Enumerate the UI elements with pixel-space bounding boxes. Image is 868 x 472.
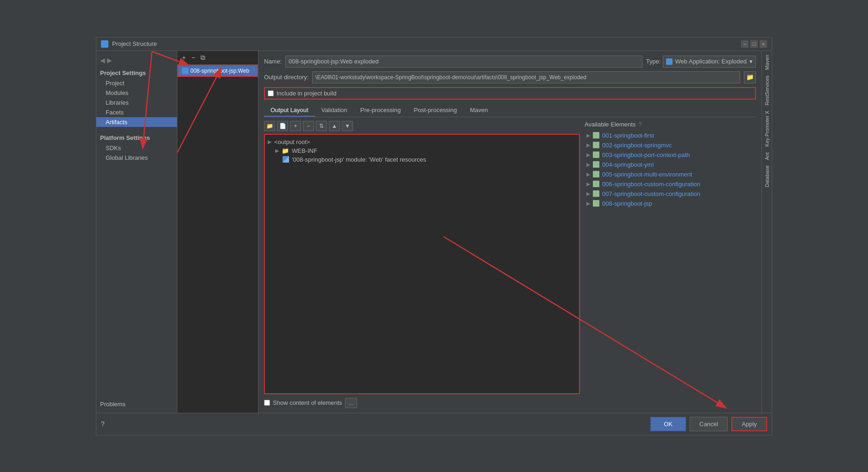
artifact-copy-button[interactable]: ⧉ — [199, 53, 207, 63]
sidebar-item-project[interactable]: Project — [96, 78, 177, 88]
nav-back[interactable]: ◀ — [100, 57, 105, 64]
nav-arrows: ◀ ▶ — [96, 55, 177, 68]
include-in-build-checkbox[interactable] — [268, 90, 274, 96]
toolbar-sort-btn[interactable]: ⇅ — [316, 121, 327, 131]
artifact-add-button[interactable]: + — [180, 53, 188, 62]
sidebar: ◀ ▶ Project Settings Project Modules Lib… — [96, 51, 177, 413]
cancel-button[interactable]: Cancel — [690, 417, 728, 431]
title-bar-left: Project Structure — [101, 40, 157, 48]
sidebar-item-libraries[interactable]: Libraries — [96, 98, 177, 107]
toolbar-down-btn[interactable]: ▼ — [342, 121, 353, 131]
dialog-icon — [101, 40, 108, 48]
show-content-label: Show content of elements — [273, 399, 342, 406]
avail-arrow-3: ▶ — [586, 162, 590, 168]
type-label: Type: — [646, 58, 661, 65]
tree-item-webinf[interactable]: ▶ 📁 WEB-INF — [268, 146, 576, 155]
avail-folder-4 — [593, 171, 599, 177]
tab-pre-processing[interactable]: Pre-processing — [354, 104, 407, 117]
webinf-label: WEB-INF — [292, 147, 317, 154]
sidebar-item-modules[interactable]: Modules — [96, 88, 177, 98]
avail-arrow-4: ▶ — [586, 171, 590, 177]
ok-button[interactable]: OK — [650, 417, 686, 431]
webinf-folder-icon: 📁 — [282, 147, 289, 154]
tool-restservices[interactable]: RestServices — [763, 74, 771, 107]
spacer — [96, 127, 177, 132]
sidebar-item-sdks[interactable]: SDKs — [96, 143, 177, 153]
avail-arrow-0: ▶ — [586, 132, 590, 138]
toolbar-remove-btn[interactable]: − — [303, 121, 314, 131]
output-toolbar: 📁 📄 + − ⇅ ▲ ▼ — [264, 121, 580, 131]
tool-maven[interactable]: Maven — [763, 53, 771, 72]
avail-folder-2 — [593, 151, 599, 158]
type-app-icon — [666, 58, 673, 65]
nav-forward[interactable]: ▶ — [107, 57, 112, 64]
sidebar-item-problems[interactable]: Problems — [96, 399, 177, 409]
help-button[interactable]: ? — [101, 420, 105, 428]
folder-browse-button[interactable]: 📁 — [744, 71, 756, 83]
tool-ant[interactable]: Ant — [763, 151, 771, 162]
toolbar-up-btn[interactable]: ▲ — [329, 121, 340, 131]
detail-panel: Name: Type: Web Application: Exploded ▾ … — [258, 51, 761, 413]
artifact-list-item[interactable]: 008-springboot-jsp:Web — [177, 65, 258, 77]
avail-arrow-6: ▶ — [586, 191, 590, 197]
name-row: Name: Type: Web Application: Exploded ▾ — [264, 56, 756, 68]
type-value[interactable]: Web Application: Exploded ▾ — [663, 56, 756, 68]
ellipsis-button[interactable]: ... — [345, 398, 357, 408]
main-content: ◀ ▶ Project Settings Project Modules Lib… — [96, 51, 772, 413]
title-controls: − □ × — [741, 40, 767, 48]
output-dir-input[interactable] — [312, 71, 740, 83]
close-button[interactable]: × — [760, 40, 767, 48]
maximize-button[interactable]: □ — [750, 40, 758, 48]
avail-item-2[interactable]: ▶ 003-springboot-port-context-path — [585, 150, 756, 160]
toolbar-folder-btn[interactable]: 📁 — [264, 121, 275, 131]
artifact-item-icon — [182, 68, 189, 74]
avail-item-0[interactable]: ▶ 001-springboot-first — [585, 131, 756, 140]
include-in-build-row: Include in project build — [264, 87, 756, 100]
avail-folder-6 — [593, 190, 599, 197]
platform-settings-section: Platform Settings — [96, 132, 177, 143]
name-label: Name: — [264, 58, 282, 65]
avail-folder-5 — [593, 181, 599, 187]
output-dir-label: Output directory: — [264, 74, 308, 81]
right-tool-strip: Maven RestServices Key Promoter X Ant Da… — [761, 51, 772, 413]
tab-validation[interactable]: Validation — [315, 104, 354, 117]
show-content-checkbox[interactable] — [264, 400, 270, 406]
toolbar-file-btn[interactable]: 📄 — [277, 121, 288, 131]
avail-item-4[interactable]: ▶ 005-springboot-multi-environment — [585, 170, 756, 179]
available-elements-panel: Available Elements ? ▶ 001-springboot-fi… — [585, 121, 756, 408]
avail-item-1[interactable]: ▶ 002-springboot-springmvc — [585, 140, 756, 150]
tree-item-facet-resources[interactable]: '008-springboot-jsp' module: 'Web' facet… — [268, 155, 576, 164]
project-settings-section: Project Settings — [96, 68, 177, 78]
name-input[interactable] — [285, 56, 642, 68]
output-tree: ▶ <output root> ▶ 📁 WEB-INF '008-springb… — [264, 134, 580, 394]
tool-key-promoter[interactable]: Key Promoter X — [763, 109, 771, 149]
facet-resources-label: '008-springboot-jsp' module: 'Web' facet… — [292, 156, 426, 163]
tool-database[interactable]: Database — [763, 164, 771, 189]
sidebar-item-global-libraries[interactable]: Global Libraries — [96, 153, 177, 163]
avail-item-6[interactable]: ▶ 007-springboot-custom-configuration — [585, 189, 756, 199]
toolbar-add-btn[interactable]: + — [290, 121, 301, 131]
tab-output-layout[interactable]: Output Layout — [264, 104, 315, 117]
webinf-expand-arrow: ▶ — [275, 148, 279, 154]
tab-post-processing[interactable]: Post-processing — [407, 104, 463, 117]
apply-button[interactable]: Apply — [731, 417, 767, 431]
dialog-buttons: OK Cancel Apply — [650, 417, 767, 431]
avail-item-7[interactable]: ▶ 008-springboot-jsp — [585, 199, 756, 208]
avail-arrow-7: ▶ — [586, 201, 590, 207]
sidebar-item-artifacts[interactable]: Artifacts — [96, 117, 177, 127]
bottom-bar: ? OK Cancel Apply — [96, 413, 772, 435]
avail-item-3[interactable]: ▶ 004-springboot-yml — [585, 160, 756, 170]
output-area: 📁 📄 + − ⇅ ▲ ▼ ▶ <output root> — [264, 121, 756, 408]
artifact-remove-button[interactable]: − — [189, 53, 197, 62]
tree-item-output-root[interactable]: ▶ <output root> — [268, 138, 576, 146]
include-in-build-label: Include in project build — [277, 90, 336, 97]
avail-folder-7 — [593, 200, 599, 207]
available-elements-label: Available Elements ? — [585, 121, 756, 128]
avail-item-5[interactable]: ▶ 006-springboot-custom-configuration — [585, 179, 756, 189]
avail-folder-3 — [593, 161, 599, 168]
tab-maven[interactable]: Maven — [463, 104, 494, 117]
type-dropdown: Type: Web Application: Exploded ▾ — [646, 56, 756, 68]
output-left: 📁 📄 + − ⇅ ▲ ▼ ▶ <output root> — [264, 121, 580, 408]
minimize-button[interactable]: − — [741, 40, 748, 48]
sidebar-item-facets[interactable]: Facets — [96, 107, 177, 117]
